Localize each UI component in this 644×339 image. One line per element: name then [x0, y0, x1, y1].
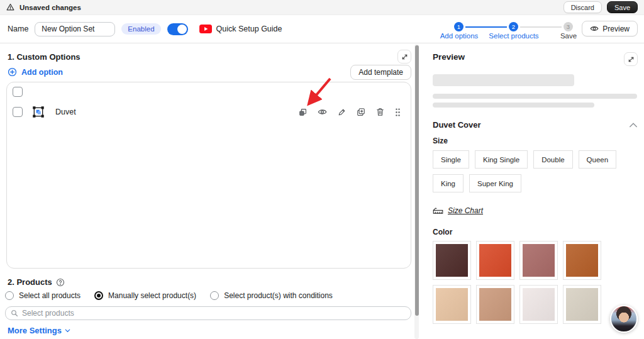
size-button-king[interactable]: King: [433, 174, 464, 192]
preview-panel: Preview Duvet Cover Size Single King Sin…: [423, 43, 644, 339]
step-connector-2: [520, 26, 562, 28]
option-row-checkbox[interactable]: [13, 107, 23, 117]
swatch-color-7: [566, 288, 598, 321]
radio-select-all-products[interactable]: Select all products: [5, 291, 80, 300]
swatch-color-1: [479, 244, 511, 277]
preview-button[interactable]: Preview: [582, 21, 638, 36]
color-swatch[interactable]: [519, 285, 558, 324]
size-chart-label: Size Chart: [448, 206, 483, 215]
swatch-color-6: [523, 288, 555, 321]
enabled-badge: Enabled: [121, 23, 160, 35]
product-selection-radios: Select all products Manually select prod…: [5, 291, 333, 300]
unsaved-changes-title: Unsaved changes: [19, 4, 81, 11]
duplicate-icon[interactable]: [357, 108, 365, 116]
more-settings-link[interactable]: More Settings: [8, 326, 71, 335]
radio-circle[interactable]: [210, 291, 219, 300]
custom-options-panel: 1. Custom Options Add option Add templat…: [0, 43, 413, 339]
chevron-down-icon: [64, 327, 71, 334]
expand-preview-button[interactable]: [624, 52, 638, 66]
preview-button-label: Preview: [602, 25, 630, 33]
swatch-color-0: [436, 244, 468, 277]
size-buttons: Single King Single Double Queen King Sup…: [433, 150, 621, 192]
size-button-king-single[interactable]: King Single: [475, 150, 528, 169]
custom-options-title: 1. Custom Options: [8, 52, 80, 62]
size-button-queen[interactable]: Queen: [579, 150, 617, 169]
swatch-color-4: [436, 288, 468, 321]
panel-scrollbar-track[interactable]: [414, 44, 419, 339]
radio-manually-select[interactable]: Manually select product(s): [94, 291, 196, 300]
color-option-label: Color: [433, 228, 638, 236]
color-swatch[interactable]: [476, 241, 514, 280]
ruler-icon: [433, 207, 443, 214]
panel-scrollbar-thumb[interactable]: [415, 45, 419, 316]
skeleton-line: [433, 103, 594, 108]
name-label: Name: [8, 25, 28, 33]
size-chart-link[interactable]: Size Chart: [433, 206, 638, 215]
toolbar-left-group: Name Enabled Quick Setup Guide: [8, 15, 282, 43]
radio-circle[interactable]: [5, 291, 14, 300]
option-set-name-input[interactable]: [35, 22, 115, 36]
color-swatch[interactable]: [563, 285, 601, 324]
help-icon[interactable]: [56, 278, 65, 287]
radio-label: Select all products: [19, 291, 80, 300]
radio-select-with-conditions[interactable]: Select product(s) with conditions: [210, 291, 333, 300]
step-3-circle[interactable]: 3: [564, 22, 573, 31]
option-set-toolbar: Name Enabled Quick Setup Guide 1 2 3 Add…: [0, 15, 644, 43]
color-swatch[interactable]: [519, 241, 558, 280]
option-row-actions: [299, 108, 401, 116]
plus-circle-icon: [8, 67, 17, 77]
toggle-knob: [177, 25, 187, 34]
support-chat-avatar[interactable]: [610, 305, 638, 333]
save-button[interactable]: Save: [607, 1, 638, 13]
preview-product-header: Duvet Cover: [433, 120, 638, 130]
preview-product-title: Duvet Cover: [433, 120, 481, 130]
enabled-toggle[interactable]: [167, 23, 188, 35]
step-2-circle[interactable]: 2: [509, 22, 518, 31]
size-button-double[interactable]: Double: [533, 150, 572, 169]
youtube-icon: [199, 25, 212, 33]
preview-header: Preview: [433, 52, 638, 66]
select-products-searchbox[interactable]: [5, 306, 411, 320]
size-button-super-king[interactable]: Super King: [469, 174, 521, 192]
expand-icon: [401, 53, 408, 60]
image-swatch-type-icon: [32, 106, 45, 118]
delete-trash-icon[interactable]: [376, 108, 384, 116]
copy-icon[interactable]: [299, 108, 307, 116]
skeleton-line: [433, 94, 637, 99]
discard-button[interactable]: Discard: [564, 1, 602, 13]
drag-handle-icon[interactable]: [395, 108, 401, 116]
quick-setup-guide-label: Quick Setup Guide: [216, 25, 282, 33]
swatch-color-5: [479, 288, 511, 321]
size-button-single[interactable]: Single: [433, 150, 469, 169]
radio-label: Select product(s) with conditions: [224, 291, 333, 300]
option-set-editor: { "topbar": { "title": "Unsaved changes"…: [0, 0, 644, 339]
add-template-button[interactable]: Add template: [350, 65, 411, 80]
option-name: Duvet: [55, 108, 76, 116]
chevron-up-icon[interactable]: [629, 122, 638, 128]
color-swatch[interactable]: [433, 285, 471, 324]
add-option-link[interactable]: Add option: [8, 67, 63, 77]
expand-options-button[interactable]: [397, 50, 411, 64]
eye-icon: [590, 25, 599, 32]
skeleton-block: [433, 74, 574, 86]
swatch-color-2: [523, 244, 555, 277]
products-title-text: 2. Products: [8, 277, 52, 287]
show-hide-eye-icon[interactable]: [318, 108, 327, 116]
radio-circle-checked[interactable]: [94, 291, 103, 300]
swatch-color-3: [566, 244, 598, 277]
select-all-options-checkbox[interactable]: [13, 87, 23, 97]
options-list-container: Duvet: [6, 82, 411, 269]
edit-pencil-icon[interactable]: [338, 108, 346, 116]
color-swatch[interactable]: [433, 241, 471, 280]
color-swatch[interactable]: [563, 241, 601, 280]
expand-icon: [628, 56, 635, 63]
size-option-label: Size: [433, 136, 638, 145]
quick-setup-guide-link[interactable]: Quick Setup Guide: [199, 25, 282, 33]
more-settings-label: More Settings: [8, 326, 62, 335]
unsaved-changes-bar: Unsaved changes Discard Save: [0, 0, 644, 15]
select-products-input[interactable]: [22, 309, 406, 318]
step-1-circle[interactable]: 1: [454, 22, 464, 31]
add-option-label: Add option: [21, 68, 63, 77]
color-swatch[interactable]: [476, 285, 514, 324]
warning-icon: [6, 3, 14, 11]
